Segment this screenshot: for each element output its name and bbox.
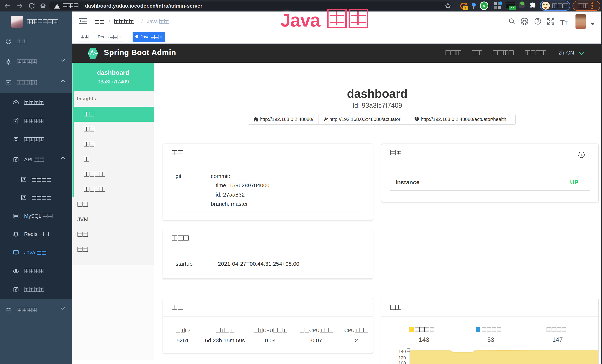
svg-text:100: 100 [398, 361, 406, 364]
svg-text:140: 140 [398, 349, 406, 354]
svg-text:120: 120 [398, 355, 406, 360]
